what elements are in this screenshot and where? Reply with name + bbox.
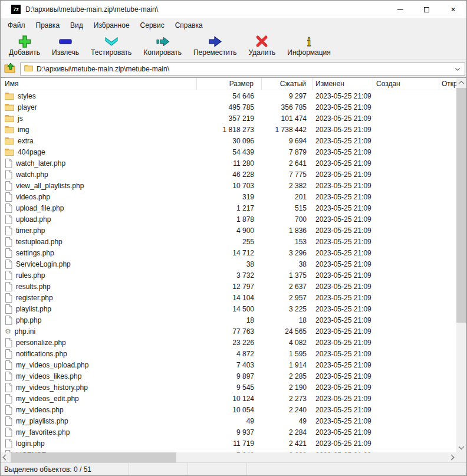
test-button[interactable]: Тестировать bbox=[85, 32, 137, 60]
extract-button[interactable]: Извлечь bbox=[46, 32, 85, 60]
file-size: 54 439 bbox=[197, 148, 262, 156]
minimize-icon bbox=[397, 9, 403, 10]
table-row[interactable]: ⚙ php.php 18 18 2023-05-25 21:09 bbox=[1, 314, 456, 326]
file-size: 10 124 bbox=[197, 395, 262, 403]
table-row[interactable]: ⚙ ServiceLogin.php 38 38 2023-05-25 21:0… bbox=[1, 258, 456, 270]
file-modified: 2023-05-25 21:09 bbox=[313, 339, 373, 347]
menu-favorites[interactable]: Избранное bbox=[88, 19, 135, 31]
file-icon bbox=[5, 360, 12, 370]
table-row[interactable]: ⚙ my_videos.php 10 054 2 240 2023-05-25 … bbox=[1, 404, 456, 415]
table-row[interactable]: ⚙ login.php 11 719 2 421 2023-05-25 21:0… bbox=[1, 438, 456, 449]
file-packed: 9 694 bbox=[262, 137, 313, 145]
file-name: extra bbox=[18, 137, 34, 145]
info-button[interactable]: i Информация bbox=[281, 32, 336, 60]
horizontal-scrollbar[interactable] bbox=[1, 452, 456, 462]
table-row[interactable]: ⚙ my_favorites.php 9 937 2 284 2023-05-2… bbox=[1, 426, 456, 438]
column-header-modified[interactable]: Изменен bbox=[313, 78, 373, 90]
table-row[interactable]: ⚙ player 495 785 356 785 2023-05-25 21:0… bbox=[1, 101, 456, 113]
menu-file[interactable]: Файл bbox=[2, 19, 31, 31]
move-arrow-icon bbox=[208, 35, 223, 48]
file-icon bbox=[5, 372, 12, 381]
column-header-packed[interactable]: Сжатый bbox=[262, 78, 313, 90]
move-button[interactable]: Переместить bbox=[188, 32, 243, 60]
horizontal-scroll-thumb[interactable] bbox=[11, 452, 176, 462]
file-list-panel: Имя Размер Сжатый Изменен Создан Откры ⚙… bbox=[1, 77, 466, 462]
table-row[interactable]: ⚙ php.ini 77 763 24 565 2023-05-25 21:09 bbox=[1, 326, 456, 337]
file-modified: 2023-05-25 21:09 bbox=[313, 406, 373, 414]
file-name: my_videos_likes.php bbox=[16, 372, 81, 380]
vertical-scroll-thumb[interactable] bbox=[456, 88, 466, 323]
table-row[interactable]: ⚙ my_playlists.php 49 49 2023-05-25 21:0… bbox=[1, 415, 456, 426]
delete-button[interactable]: Удалить bbox=[243, 32, 282, 60]
table-row[interactable]: ⚙ settings.php 14 712 3 296 2023-05-25 2… bbox=[1, 247, 456, 258]
file-packed: 1 375 bbox=[262, 271, 313, 280]
file-icon bbox=[5, 439, 12, 448]
table-row[interactable]: ⚙ view_all_playlists.php 10 703 2 382 20… bbox=[1, 180, 456, 191]
file-packed: 101 474 bbox=[262, 114, 313, 123]
file-modified: 2023-05-25 21:09 bbox=[313, 238, 373, 246]
file-packed: 2 641 bbox=[262, 159, 313, 168]
table-row[interactable]: ⚙ testupload.php 255 153 2023-05-25 21:0… bbox=[1, 236, 456, 247]
table-row[interactable]: ⚙ videos.php 319 201 2023-05-25 21:09 bbox=[1, 191, 456, 202]
file-packed: 2 240 bbox=[262, 406, 313, 414]
table-row[interactable]: ⚙ my_videos_history.php 9 545 2 190 2023… bbox=[1, 382, 456, 393]
table-row[interactable]: ⚙ 404page 54 439 7 879 2023-05-25 21:09 bbox=[1, 146, 456, 157]
menu-help[interactable]: Справка bbox=[170, 19, 208, 31]
file-packed: 515 bbox=[262, 204, 313, 212]
menu-view[interactable]: Вид bbox=[65, 19, 88, 31]
table-row[interactable]: ⚙ extra 30 096 9 694 2023-05-25 21:09 bbox=[1, 135, 456, 146]
vertical-scrollbar[interactable] bbox=[456, 78, 466, 452]
file-size: 255 bbox=[197, 238, 262, 246]
file-size: 54 646 bbox=[197, 92, 262, 100]
add-button[interactable]: Добавить bbox=[3, 32, 46, 60]
file-icon bbox=[5, 394, 12, 403]
table-row[interactable]: ⚙ watch.php 46 228 7 775 2023-05-25 21:0… bbox=[1, 169, 456, 180]
folder-icon bbox=[5, 103, 14, 111]
table-row[interactable]: ⚙ notifications.php 4 872 1 595 2023-05-… bbox=[1, 348, 456, 359]
file-name: php.ini bbox=[15, 327, 35, 336]
table-row[interactable]: ⚙ img 1 818 273 1 738 442 2023-05-25 21:… bbox=[1, 124, 456, 135]
table-row[interactable]: ⚙ upload.php 1 878 700 2023-05-25 21:09 bbox=[1, 214, 456, 225]
maximize-icon bbox=[424, 7, 429, 12]
table-row[interactable]: ⚙ my_videos_likes.php 9 897 2 285 2023-0… bbox=[1, 370, 456, 382]
file-modified: 2023-05-25 21:09 bbox=[313, 316, 373, 324]
table-row[interactable]: ⚙ watch_later.php 11 280 2 641 2023-05-2… bbox=[1, 157, 456, 169]
file-size: 1 878 bbox=[197, 215, 262, 224]
table-row[interactable]: ⚙ my_videos_edit.php 10 124 2 273 2023-0… bbox=[1, 393, 456, 404]
table-row[interactable]: ⚙ personalize.php 23 226 4 082 2023-05-2… bbox=[1, 337, 456, 348]
scroll-right-button[interactable] bbox=[446, 452, 456, 462]
file-icon bbox=[5, 248, 12, 258]
column-header-name[interactable]: Имя bbox=[1, 78, 197, 90]
copy-button[interactable]: Копировать bbox=[137, 32, 188, 60]
scroll-up-button[interactable] bbox=[456, 78, 466, 88]
table-row[interactable]: ⚙ register.php 14 104 2 957 2023-05-25 2… bbox=[1, 292, 456, 303]
table-row[interactable]: ⚙ js 357 219 101 474 2023-05-25 21:09 bbox=[1, 113, 456, 124]
table-row[interactable]: ⚙ results.php 12 797 2 637 2023-05-25 21… bbox=[1, 281, 456, 292]
menu-tools[interactable]: Сервис bbox=[135, 19, 170, 31]
menu-edit[interactable]: Правка bbox=[31, 19, 65, 31]
test-check-icon bbox=[104, 35, 119, 48]
table-row[interactable]: ⚙ styles 54 646 9 297 2023-05-25 21:09 bbox=[1, 90, 456, 101]
file-icon bbox=[5, 282, 12, 291]
file-modified: 2023-05-25 21:09 bbox=[313, 439, 373, 448]
table-row[interactable]: ⚙ upload_file.php 1 217 515 2023-05-25 2… bbox=[1, 202, 456, 214]
column-header-size[interactable]: Размер bbox=[197, 78, 262, 90]
file-size: 11 280 bbox=[197, 159, 262, 168]
close-button[interactable]: ✕ bbox=[440, 1, 466, 18]
table-row[interactable]: ⚙ rules.php 3 732 1 375 2023-05-25 21:09 bbox=[1, 270, 456, 281]
table-row[interactable]: ⚙ timer.php 4 900 1 836 2023-05-25 21:09 bbox=[1, 225, 456, 236]
gear-icon: ⚙ bbox=[5, 328, 11, 335]
scroll-left-button[interactable] bbox=[1, 452, 11, 462]
scroll-down-button[interactable] bbox=[456, 442, 466, 452]
address-combobox[interactable]: D:\архивы\metube-main.zip\metube-main\ bbox=[20, 63, 465, 75]
minimize-button[interactable] bbox=[387, 1, 413, 18]
table-row[interactable]: ⚙ playlist.php 14 500 3 225 2023-05-25 2… bbox=[1, 303, 456, 314]
file-modified: 2023-05-25 21:09 bbox=[313, 305, 373, 313]
maximize-button[interactable] bbox=[413, 1, 440, 18]
column-header-accessed[interactable]: Откры bbox=[439, 78, 456, 90]
column-header-created[interactable]: Создан bbox=[373, 78, 439, 90]
combo-dropdown-button[interactable] bbox=[453, 67, 462, 71]
table-row[interactable]: ⚙ my_videos_upload.php 7 403 1 914 2023-… bbox=[1, 359, 456, 370]
file-modified: 2023-05-25 21:09 bbox=[313, 372, 373, 380]
parent-folder-button[interactable] bbox=[2, 62, 18, 76]
